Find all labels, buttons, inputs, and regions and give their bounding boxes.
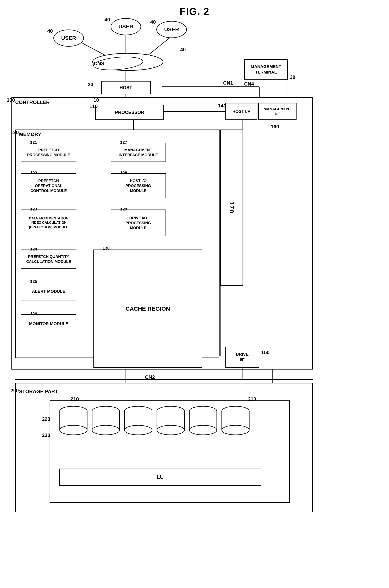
label-123: 123 xyxy=(30,207,37,212)
processor-box: PROCESSOR xyxy=(95,105,164,120)
lu-box: LU xyxy=(59,469,261,486)
user-oval-left: USER xyxy=(53,29,84,47)
label-40d: 40 xyxy=(180,47,186,53)
management-interface-module-box: MANAGEMENT INTERFACE MODULE xyxy=(111,143,166,162)
memory-label: MEMORY xyxy=(19,131,41,137)
label-160: 160 xyxy=(271,124,279,130)
label-30: 30 xyxy=(290,74,295,80)
label-127: 127 xyxy=(120,140,127,145)
disk-3 xyxy=(124,406,153,436)
label-125: 125 xyxy=(30,279,37,284)
label-120: 120 xyxy=(10,130,19,136)
prefetch-quantity-box: PREFETCH QUANTITY CALCULATION MODULE xyxy=(21,250,76,269)
svg-point-42 xyxy=(189,425,217,435)
svg-point-32 xyxy=(125,425,152,435)
host-io-processing-box: HOST I/O PROCESSING MODULE xyxy=(111,173,166,198)
storage-part-label: STORAGE PART xyxy=(19,389,58,394)
label-200: 200 xyxy=(10,388,19,393)
label-129: 129 xyxy=(120,207,127,212)
management-if-box: MANAGEMENT I/F xyxy=(258,103,296,120)
svg-point-22 xyxy=(60,425,87,435)
label-128: 128 xyxy=(120,170,127,175)
svg-point-37 xyxy=(157,425,184,435)
label-cn4: CN4 xyxy=(244,81,254,87)
prefetch-operational-box: PREFETCH OPERATIONAL CONTROL MODULE xyxy=(21,173,76,198)
drive-io-processing-box: DRIVE I/O PROCESSING MODULE xyxy=(111,210,166,236)
label-cn1: CN1 xyxy=(223,80,233,86)
label-210b: 210 xyxy=(248,396,256,402)
label-210a: 210 xyxy=(70,396,79,402)
disk-6 xyxy=(221,406,250,436)
label-230: 230 xyxy=(42,432,50,438)
label-122: 122 xyxy=(30,170,37,175)
label-150: 150 xyxy=(261,350,269,355)
disk-row-1 xyxy=(59,406,250,436)
management-terminal-box: MANAGEMENT TERMINAL xyxy=(244,59,288,80)
label-100: 100 xyxy=(7,97,15,103)
drive-if-box: DRIVE I/F xyxy=(225,347,259,368)
label-40a: 40 xyxy=(47,28,53,34)
host-if-box: HOST I/F xyxy=(225,103,258,120)
label-40c: 40 xyxy=(150,19,156,25)
controller-label: CONTROLLER xyxy=(15,99,50,105)
svg-point-27 xyxy=(92,425,120,435)
label-10: 10 xyxy=(94,97,99,103)
figure-title: FIG. 2 xyxy=(180,6,209,17)
label-20: 20 xyxy=(88,82,93,87)
user-oval-middle: USER xyxy=(111,18,141,35)
label-124: 124 xyxy=(30,247,37,252)
disk-4 xyxy=(156,406,185,436)
svg-point-47 xyxy=(222,425,249,435)
host-box: HOST xyxy=(101,81,151,94)
prefetch-processing-box: PREFETCH PROCESSING MODULE xyxy=(21,143,76,162)
data-fragmentation-box: DATA FRAGMENTATION INDEX CALCULATION (PR… xyxy=(21,210,76,236)
monitor-module-box: MONITOR MODULE xyxy=(21,314,76,333)
disk-5 xyxy=(189,406,217,436)
cache-region-box: CACHE REGION xyxy=(94,250,202,368)
label-40b: 40 xyxy=(104,17,110,23)
label-cn3: CN3 xyxy=(94,60,104,67)
label-126: 126 xyxy=(30,311,37,316)
alert-module-box: ALERT MODULE xyxy=(21,282,76,301)
label-140: 140 xyxy=(218,103,226,109)
user-oval-right: USER xyxy=(156,21,187,38)
cn2-line xyxy=(15,379,313,380)
label-130: 130 xyxy=(103,246,110,251)
label-170-box: 170 xyxy=(220,130,243,286)
label-110: 110 xyxy=(89,103,98,109)
label-220: 220 xyxy=(42,416,50,422)
label-121: 121 xyxy=(30,140,37,145)
disk-2 xyxy=(92,406,120,436)
disk-1 xyxy=(59,406,88,436)
